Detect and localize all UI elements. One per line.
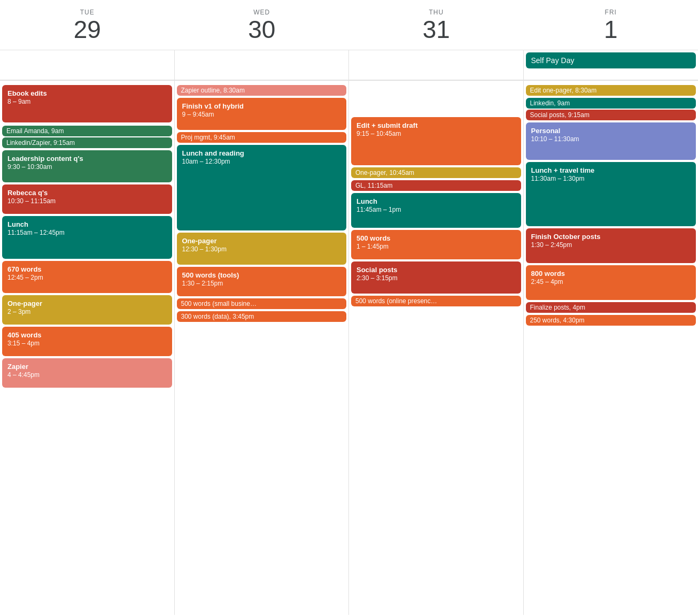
day-name-fri: FRI xyxy=(524,9,699,16)
event-finish-v1[interactable]: Finish v1 of hybrid 9 – 9:45am xyxy=(177,98,347,130)
event-edit-submit[interactable]: Edit + submit draft 9:15 – 10:45am xyxy=(351,117,521,165)
event-proj-mgmt[interactable]: Proj mgmt, 9:45am xyxy=(177,132,347,143)
day-name-thu: THU xyxy=(349,9,524,16)
event-self-pay-day[interactable]: Self Pay Day xyxy=(526,52,696,68)
all-day-wed xyxy=(175,50,350,80)
event-leadership-content[interactable]: Leadership content q's 9:30 – 10:30am xyxy=(2,150,172,182)
event-gl[interactable]: GL, 11:15am xyxy=(351,180,521,191)
event-zapier-tue[interactable]: Zapier 4 – 4:45pm xyxy=(2,358,172,388)
calendar: TUE 29 WED 30 THU 31 FRI 1 Self Pay Day xyxy=(0,0,698,616)
event-lunch-travel[interactable]: Lunch + travel time 11:30am – 1:30pm xyxy=(526,162,696,226)
event-500-words-tools[interactable]: 500 words (tools) 1:30 – 2:15pm xyxy=(177,267,347,296)
event-one-pager-thu[interactable]: One-pager, 10:45am xyxy=(351,167,521,178)
all-day-tue xyxy=(0,50,175,80)
event-finish-october[interactable]: Finish October posts 1:30 – 2:45pm xyxy=(526,228,696,263)
event-500-words-small-biz[interactable]: 500 words (small busine… xyxy=(177,298,347,309)
day-number-fri: 1 xyxy=(524,16,699,43)
event-rebecca-qs[interactable]: Rebecca q's 10:30 – 11:15am xyxy=(2,184,172,214)
day-number-tue: 29 xyxy=(0,16,175,43)
event-500-words-online[interactable]: 500 words (online presenc… xyxy=(351,296,521,306)
col-thu: Edit + submit draft 9:15 – 10:45am One-p… xyxy=(349,81,524,615)
event-ebook-edits[interactable]: Ebook edits 8 – 9am xyxy=(2,85,172,122)
event-linkedin-fri[interactable]: Linkedin, 9am xyxy=(526,98,696,109)
event-250-words[interactable]: 250 words, 4:30pm xyxy=(526,315,696,326)
event-lunch-reading[interactable]: Lunch and reading 10am – 12:30pm xyxy=(177,145,347,230)
event-social-posts-fri[interactable]: Social posts, 9:15am xyxy=(526,110,696,120)
header-thu: THU 31 xyxy=(349,0,524,45)
event-lunch-thu[interactable]: Lunch 11:45am – 1pm xyxy=(351,193,521,228)
event-lunch-tue[interactable]: Lunch 11:15am – 12:45pm xyxy=(2,216,172,259)
event-personal[interactable]: Personal 10:10 – 11:30am xyxy=(526,122,696,160)
event-500-words-thu[interactable]: 500 words 1 – 1:45pm xyxy=(351,230,521,259)
all-day-row: Self Pay Day xyxy=(0,50,698,80)
event-linkedin-zapier[interactable]: Linkedin/Zapier, 9:15am xyxy=(2,137,172,148)
col-fri: Edit one-pager, 8:30am Linkedin, 9am Soc… xyxy=(524,81,699,615)
day-name-wed: WED xyxy=(175,9,350,16)
all-day-fri: Self Pay Day xyxy=(524,50,699,80)
event-300-words-data[interactable]: 300 words (data), 3:45pm xyxy=(177,311,347,322)
event-social-posts-thu[interactable]: Social posts 2:30 – 3:15pm xyxy=(351,261,521,294)
event-edit-one-pager[interactable]: Edit one-pager, 8:30am xyxy=(526,85,696,96)
day-headers: TUE 29 WED 30 THU 31 FRI 1 xyxy=(0,0,698,50)
event-800-words[interactable]: 800 words 2:45 – 4pm xyxy=(526,265,696,300)
header-fri: FRI 1 xyxy=(524,0,699,45)
day-columns: Ebook edits 8 – 9am Email Amanda, 9am Li… xyxy=(0,80,698,615)
event-405-words[interactable]: 405 words 3:15 – 4pm xyxy=(2,327,172,356)
header-wed: WED 30 xyxy=(175,0,350,45)
event-zapier-outline[interactable]: Zapier outline, 8:30am xyxy=(177,85,347,96)
day-name-tue: TUE xyxy=(0,9,175,16)
event-finalize-posts[interactable]: Finalize posts, 4pm xyxy=(526,302,696,313)
header-tue: TUE 29 xyxy=(0,0,175,45)
day-number-thu: 31 xyxy=(349,16,524,43)
day-number-wed: 30 xyxy=(175,16,350,43)
all-day-thu xyxy=(349,50,524,80)
event-email-amanda[interactable]: Email Amanda, 9am xyxy=(2,126,172,136)
event-one-pager-tue[interactable]: One-pager 2 – 3pm xyxy=(2,295,172,325)
col-wed: Zapier outline, 8:30am Finish v1 of hybr… xyxy=(175,81,350,615)
event-670-words[interactable]: 670 words 12:45 – 2pm xyxy=(2,261,172,293)
col-tue: Ebook edits 8 – 9am Email Amanda, 9am Li… xyxy=(0,81,175,615)
event-one-pager-wed[interactable]: One-pager 12:30 – 1:30pm xyxy=(177,233,347,265)
